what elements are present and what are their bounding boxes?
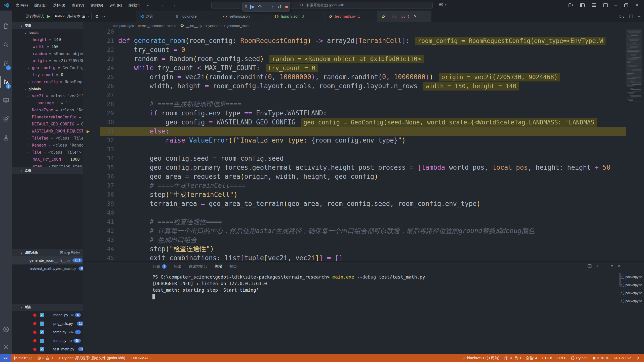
testing-icon[interactable] [0, 132, 12, 144]
restore-button[interactable] [624, 3, 629, 8]
menu-item-S[interactable]: 选择(S) [50, 0, 68, 11]
code-line[interactable]: 41 # ====检查连通性==== [83, 217, 626, 226]
breadcrumb-item[interactable]: Pylance [206, 24, 218, 28]
breadcrumb-item[interactable]: __init__.py [186, 24, 202, 28]
code-line[interactable]: 45 exit_combinations: list[tuple[vec2i, … [83, 253, 626, 261]
settings-gear-icon[interactable] [0, 341, 12, 353]
variable-row[interactable]: __package__ = '' [12, 100, 83, 107]
stack-frame[interactable]: generate_room__init__.py31:1 [12, 256, 83, 264]
variable-row[interactable]: width = 150 [12, 43, 83, 50]
terminal-output[interactable]: PS C:\computer_science\godot-ldtk\site-p… [152, 274, 618, 299]
account-icon[interactable] [0, 323, 12, 335]
breakpoint-checkbox[interactable]: ✓ [40, 347, 44, 351]
stop-button[interactable]: ■ [285, 5, 288, 9]
code-line[interactable]: 29 if room_config.env_type == EnvType.WA… [83, 109, 626, 118]
toggle-secondary-sidebar-icon[interactable] [603, 3, 608, 8]
breadcrumb-item[interactable]: site-packages [113, 24, 134, 28]
code-line[interactable]: 27 [83, 90, 626, 100]
breakpoint-row[interactable]: ✓temp.pysite-packages58 [12, 336, 83, 345]
variable-row[interactable]: try_count = 0 [12, 71, 83, 78]
explorer-icon[interactable] [0, 20, 12, 32]
statusbar-eol[interactable]: CRLF [554, 354, 569, 362]
step-into-button[interactable]: ↓ [266, 5, 268, 9]
statusbar-git-branch[interactable]: main* [11, 354, 35, 362]
restart-button[interactable]: ↺ [277, 5, 281, 9]
code-line[interactable]: 23 random = Random(room_config.seed)rand… [83, 54, 626, 63]
panel-tab-终端[interactable]: 终端 [215, 262, 222, 271]
step-over-button[interactable]: ↷ [258, 5, 262, 9]
menu-item-V[interactable]: 查看(V) [68, 0, 87, 11]
search-view-icon[interactable] [0, 39, 12, 51]
variable-row[interactable]: ›WASTELAND_ROOM_REQUEST_CONFIG = RoomR… [12, 128, 83, 135]
code-line[interactable]: 42 # 计算每一个出口的中心，然后使用astar生成路径，确保每一个出口组合都… [83, 226, 626, 235]
code-line[interactable]: 44 step("检查连通性") [83, 244, 626, 253]
menu-item-T[interactable]: 终端(T) [125, 0, 144, 11]
split-editor-icon[interactable] [629, 14, 633, 19]
code-line[interactable]: 26 width, height = room_config.layout.n_… [83, 81, 626, 90]
tab-__init__.py[interactable]: __init__.py2✕ [377, 11, 431, 22]
start-debug-icon[interactable]: ▶ [47, 14, 50, 19]
chevron-down-icon[interactable]: ∨ [596, 265, 598, 267]
terminal-layout-icon[interactable] [587, 264, 592, 268]
code-line[interactable]: 38 step("生成TerrainCell") [83, 190, 626, 199]
code-line[interactable]: 21def generate_room(room_config: RoomReq… [83, 36, 626, 45]
variable-row[interactable]: height = 140 [12, 36, 83, 43]
breakpoint-checkbox[interactable]: ✓ [40, 313, 44, 317]
tab-launch.json[interactable]: {}launch.jsonU [270, 11, 325, 22]
code-line[interactable]: 43 # 生成出口组合 [83, 235, 626, 244]
menu-item-[interactable]: ··· [144, 0, 154, 11]
menu-item-E[interactable]: 编辑(E) [31, 0, 50, 11]
variable-row[interactable]: ›Random = <class 'Random'> [12, 142, 83, 149]
run-python-file-button[interactable]: ▷∨ [620, 14, 624, 19]
debug-more-actions-icon[interactable]: ··· [102, 14, 107, 19]
variables-scope[interactable]: ∨locals [12, 29, 83, 36]
breadcrumb-item[interactable]: generate_room [226, 24, 250, 28]
variables-scope[interactable]: ∨globals [12, 85, 83, 93]
variable-row[interactable]: ›vec2i = <class 'vec2i'> [12, 93, 83, 100]
breakpoint-row[interactable]: ✓model.pysite-packages\wfc6 [12, 311, 83, 319]
variable-row[interactable]: random = <Random object at 0x1bf9d01e… [12, 50, 83, 57]
menu-item-G[interactable]: 转到(G) [87, 0, 106, 11]
variable-row[interactable]: ›geo_config = GeoConfig(seed=None, wor… [12, 64, 83, 71]
code-line[interactable]: 25 origin = vec2i(random.randint(0, 1000… [83, 72, 626, 81]
toggle-sidebar-icon[interactable] [580, 3, 585, 8]
variables-section-header[interactable]: ∨ 变量 [12, 22, 83, 29]
statusbar-indentation[interactable]: 空格: 4 [524, 354, 540, 362]
variable-row[interactable]: ›Tile = <class 'Tile'> [12, 149, 83, 156]
terminal-session-item[interactable]: >pocketpy te… [620, 273, 643, 281]
breakpoint-row[interactable]: ✓png_utils.pysite-packages\wfc11 [12, 319, 83, 328]
variable-row[interactable]: origin = vec2i(7205730, 9024468) [12, 57, 83, 64]
panel-tab-问题[interactable]: 问题3 [153, 262, 167, 271]
extensions-icon[interactable] [0, 113, 12, 125]
breadcrumb-item[interactable]: terrain_research [138, 24, 163, 28]
nav-back-icon[interactable]: ← [162, 3, 166, 8]
panel-tab-端口[interactable]: 端口 [230, 262, 237, 271]
remote-explorer-icon[interactable] [0, 95, 12, 107]
code-line[interactable]: 36 geo_area = request_area(origin, width… [83, 172, 626, 181]
tab-[interactable]: 欢迎 [136, 11, 171, 22]
close-window-button[interactable]: ✕ [635, 3, 638, 8]
panel-tab-调试控制台[interactable]: 调试控制台 [189, 262, 207, 271]
code-line[interactable]: 33 [83, 145, 626, 154]
editor-more-actions-icon[interactable]: ⋯ [638, 14, 641, 19]
panel-more-actions-icon[interactable]: ⋯ [603, 264, 607, 268]
code-line[interactable]: 39 terrain_area = geo_area_to_terrain(ge… [83, 199, 626, 208]
variable-row[interactable]: ›TileTag = <class 'TileTag'> [12, 135, 83, 142]
customize-layout-icon[interactable] [568, 3, 573, 8]
code-line[interactable]: 20 [83, 29, 626, 36]
close-icon[interactable]: ✕ [414, 14, 417, 18]
watch-section-header[interactable]: ∨ 监视 [12, 167, 83, 174]
variable-row[interactable]: step = <function step at 0x1bf8d716d [12, 163, 83, 167]
tab-test_math.py[interactable]: test_math.py1 [325, 11, 377, 22]
code-line[interactable]: 30 geo_config = WASTELAND_GEO_CONFIGgeo_… [83, 118, 626, 127]
code-line[interactable]: 32 raise ValueError(f"Invalid env type: … [83, 136, 626, 145]
tab-settings.json[interactable]: {}settings.json [219, 11, 270, 22]
code-line[interactable]: 37 # ====生成TerrainCell==== [83, 181, 626, 190]
continue-button[interactable]: ▶ [250, 5, 255, 9]
statusbar-notifications[interactable] [634, 354, 642, 362]
code-line[interactable]: 40 [83, 208, 626, 217]
code-editor[interactable]: site-packages›terrain_research›rooms›__i… [83, 22, 644, 261]
step-out-button[interactable]: ↑ [272, 5, 274, 9]
nav-forward-icon[interactable]: → [172, 3, 176, 8]
copilot-button[interactable]: ∨ [439, 2, 447, 7]
